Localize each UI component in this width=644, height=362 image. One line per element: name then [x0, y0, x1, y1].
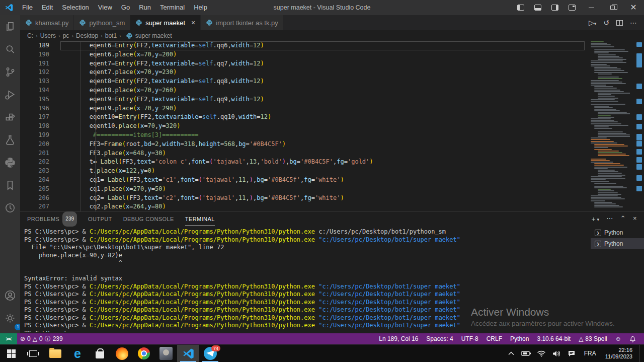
- chrome-icon[interactable]: [133, 345, 155, 362]
- terminal-list-item[interactable]: ❯Python: [591, 227, 644, 238]
- menu-edit[interactable]: Edit: [37, 0, 57, 15]
- account-icon[interactable]: [0, 284, 20, 307]
- problems-status[interactable]: ⊘ 0 △ 0 ⓘ 239: [17, 333, 66, 344]
- code-line[interactable]: 192 eqent7.place(x=70,y=230): [20, 68, 588, 77]
- code-line[interactable]: 203 t.place(x=122,y=0): [20, 167, 588, 176]
- run-debug-icon[interactable]: [0, 83, 20, 106]
- notifications-center-icon[interactable]: [565, 345, 578, 362]
- tab-problems[interactable]: PROBLEMS 239: [27, 212, 77, 226]
- code-line[interactable]: 207 cq2.place(x=264,y=80): [20, 202, 588, 211]
- bookmarks-icon[interactable]: [0, 174, 20, 196]
- clock[interactable]: 22:16 11/09/2023: [602, 347, 637, 360]
- customize-layout-icon[interactable]: [564, 0, 581, 15]
- minimize-button[interactable]: [581, 0, 602, 15]
- breadcrumb-item[interactable]: super maeket: [135, 32, 172, 39]
- close-button[interactable]: ✕: [623, 0, 644, 15]
- eol-sequence[interactable]: CRLF: [482, 333, 506, 344]
- new-terminal-icon[interactable]: ＋▾: [590, 214, 599, 224]
- encoding[interactable]: UTF-8: [457, 333, 482, 344]
- search-icon[interactable]: [0, 38, 20, 60]
- code-line[interactable]: 194 eqent8.place(x=70,y=260): [20, 86, 588, 95]
- task-view-button[interactable]: [22, 345, 44, 362]
- more-actions-icon[interactable]: ⋯: [630, 19, 637, 27]
- volume-icon[interactable]: [550, 345, 563, 362]
- notifications-bell-icon[interactable]: [625, 333, 640, 344]
- breadcrumb-item[interactable]: pc: [63, 32, 69, 39]
- tab-terminal[interactable]: TERMINAL: [185, 212, 215, 226]
- maximize-panel-icon[interactable]: ⌃: [620, 214, 626, 224]
- code-line[interactable]: 189 eqent6=Entry(FF2,textvariable=self.q…: [20, 41, 588, 50]
- extensions-icon[interactable]: [0, 106, 20, 128]
- file-explorer-icon[interactable]: [44, 345, 66, 362]
- menu-run[interactable]: Run: [134, 0, 155, 15]
- menu-selection[interactable]: Selection: [57, 0, 93, 15]
- toggle-sidebar-icon[interactable]: [512, 0, 529, 15]
- source-control-icon[interactable]: [0, 60, 20, 83]
- more-panel-actions-icon[interactable]: ⋯: [606, 214, 613, 224]
- tab-khamsat-py[interactable]: khamsat.py: [20, 15, 74, 30]
- terminal-list-item[interactable]: ❯Python: [591, 238, 644, 249]
- run-history-icon[interactable]: ↺: [603, 19, 609, 27]
- code-line[interactable]: 190 eqent6.place(x=70,y=200): [20, 50, 588, 59]
- menu-terminal[interactable]: Terminal: [155, 0, 189, 15]
- feedback-icon[interactable]: ☺: [611, 333, 625, 344]
- microsoft-store-icon[interactable]: [89, 345, 111, 362]
- code-line[interactable]: 197 eqent10=Entry(FF2,textvariable=self.…: [20, 113, 588, 122]
- code-line[interactable]: 201 FF3.place(x=648,y=30): [20, 149, 588, 158]
- minimap[interactable]: [588, 41, 630, 211]
- testing-flask-icon[interactable]: [0, 128, 20, 151]
- code-line[interactable]: 191 eqent7=Entry(FF2,textvariable=self.q…: [20, 59, 588, 68]
- close-tab-icon[interactable]: ×: [191, 19, 195, 27]
- python-extension-icon[interactable]: [0, 151, 20, 174]
- toggle-panel-icon[interactable]: [529, 0, 546, 15]
- code-line[interactable]: 193 eqent8=Entry(FF2,textvariable=self.q…: [20, 77, 588, 86]
- indentation[interactable]: Spaces: 4: [422, 333, 457, 344]
- toggle-secondary-sidebar-icon[interactable]: [546, 0, 564, 15]
- breadcrumb-item[interactable]: C:: [27, 32, 33, 39]
- code-line[interactable]: 196 eqent9.place(x=70,y=290): [20, 104, 588, 113]
- vscode-taskbar-button[interactable]: [177, 345, 199, 362]
- code-line[interactable]: 200 FF3=Frame(root,bd=2,width=318,height…: [20, 140, 588, 149]
- split-editor-icon[interactable]: [616, 20, 623, 26]
- firefox-icon[interactable]: [111, 345, 133, 362]
- tab-pythoon-sm[interactable]: pythoon_sm: [74, 15, 130, 30]
- overview-ruler[interactable]: [630, 41, 644, 211]
- telegram-taskbar-button[interactable]: 74: [199, 345, 221, 362]
- python-interpreter[interactable]: 3.10.6 64-bit: [533, 333, 575, 344]
- tab-import-tkinter-as-tk-py[interactable]: import tkinter as tk.py: [201, 15, 284, 30]
- tab-super-maeket[interactable]: super maeket×: [130, 15, 201, 30]
- keyboard-language[interactable]: FRA: [580, 350, 600, 357]
- tab-debug-console[interactable]: DEBUG CONSOLE: [123, 212, 174, 226]
- restore-button[interactable]: [602, 0, 623, 15]
- code-line[interactable]: 206 cq2= Label(FF3,text='c2',font=('taja…: [20, 194, 588, 203]
- code-line[interactable]: 195 eqent9=Entry(FF2,textvariable=self.q…: [20, 95, 588, 104]
- menu-file[interactable]: File: [18, 0, 37, 15]
- photos-icon[interactable]: [155, 345, 177, 362]
- edge-icon[interactable]: e: [66, 345, 89, 362]
- tab-output[interactable]: OUTPUT: [88, 212, 112, 226]
- battery-icon[interactable]: [520, 345, 533, 362]
- code-editor[interactable]: 189 eqent6=Entry(FF2,textvariable=self.q…: [20, 41, 588, 211]
- code-line[interactable]: 198 eqent10.place(x=70,y=320): [20, 122, 588, 131]
- settings-gear-icon[interactable]: 1: [0, 307, 20, 329]
- code-line[interactable]: 205 cq1.place(x=270,y=50): [20, 185, 588, 194]
- language-mode[interactable]: Python: [506, 333, 533, 344]
- code-line[interactable]: 199 #==========items[3]==========: [20, 131, 588, 140]
- code-line[interactable]: 204 cq1= Label(FF3,text='c1',font=('taja…: [20, 176, 588, 185]
- menu-help[interactable]: Help: [189, 0, 212, 15]
- explorer-icon[interactable]: [0, 15, 20, 38]
- remote-indicator[interactable]: ><: [0, 333, 17, 344]
- run-python-file-icon[interactable]: ▷▾: [589, 19, 596, 27]
- spell-checker-status[interactable]: △ 83 Spell: [575, 333, 611, 344]
- code-line[interactable]: 202 t= Label(FF3,text='colon c',font=('t…: [20, 158, 588, 167]
- menu-view[interactable]: View: [94, 0, 117, 15]
- clock-icon[interactable]: [0, 196, 20, 219]
- breadcrumb-item[interactable]: Desktop: [76, 32, 98, 39]
- show-desktop-button[interactable]: [639, 345, 642, 362]
- breadcrumb-item[interactable]: bot1: [105, 32, 117, 39]
- menu-go[interactable]: Go: [117, 0, 134, 15]
- terminal-output[interactable]: PS C:\Users\pc> & C:/Users/pc/AppData/Lo…: [24, 228, 588, 332]
- start-button[interactable]: [0, 345, 22, 362]
- cursor-position[interactable]: Ln 189, Col 16: [375, 333, 422, 344]
- wifi-icon[interactable]: [535, 345, 548, 362]
